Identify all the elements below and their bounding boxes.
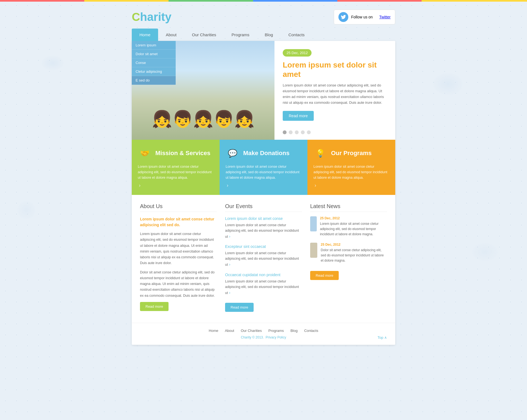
events-read-more-button[interactable]: Read more	[225, 303, 254, 312]
site-header: Charity Follow us on Twitter	[132, 5, 395, 27]
footer-nav-about[interactable]: About	[225, 329, 234, 333]
news-thumb-2	[310, 243, 317, 258]
event-arrow-1[interactable]: ›	[229, 234, 230, 239]
slider-dot-1[interactable]	[283, 130, 287, 134]
news-item-1: 25 Dec, 2012 Lorem ipsum dolor sit amet …	[310, 216, 387, 237]
slider-dot-4[interactable]	[301, 130, 305, 134]
about-read-more-button[interactable]: Read more	[140, 302, 169, 311]
feature-boxes: 🤝 Mission & Services Lorem ipsum dolor s…	[132, 140, 395, 195]
site-footer: Home About Our Charities Programs Blog C…	[132, 323, 395, 345]
news-item-2: 25 Dec, 2012 Dolor sit amet conse ctetur…	[310, 243, 387, 264]
event-title-3: Occaecat cupidatat non proident	[225, 273, 302, 277]
feature-programs-body: Lorem ipsum dolor sit amet conse cletur …	[313, 164, 389, 180]
hero-read-more-button[interactable]: Read more	[283, 111, 314, 121]
top-color-bar	[0, 0, 527, 2]
nav-item-blog[interactable]: Blog	[257, 29, 281, 41]
about-highlight: Lorem ipsum dolor sit amet conse ctetur …	[140, 216, 217, 228]
event-title-2: Excepteur sint occaecat	[225, 244, 302, 249]
feature-mission-body: Lorem ipsum dolor sit amet conse cletur …	[138, 164, 214, 180]
hero-date-badge: 25 Dec, 2012	[283, 49, 312, 57]
feature-mission-header: 🤝 Mission & Services	[138, 146, 214, 160]
news-read-more-button[interactable]: Read more	[310, 271, 339, 280]
footer-nav-blog[interactable]: Blog	[290, 329, 298, 333]
footer-top-link[interactable]: Top ∧	[377, 335, 387, 340]
twitter-widget[interactable]: Follow us on Twitter	[334, 10, 395, 24]
hero-image-area: Lorem ipsum Dolor sit amet Conse Cletur …	[132, 41, 274, 140]
news-col-title: Latest News	[310, 203, 387, 212]
event-item-3: Occaecat cupidatat non proident Lorem ip…	[225, 273, 302, 296]
news-content-1: 25 Dec, 2012 Lorem ipsum dolor sit amet …	[320, 216, 387, 237]
feature-box-donations: 💬 Make Donations Lorem ipsum dolor sit a…	[220, 140, 307, 195]
events-col-title: Our Events	[225, 203, 302, 212]
feature-donations-header: 💬 Make Donations	[226, 146, 301, 160]
nav-item-about[interactable]: About	[158, 29, 184, 41]
slider-dot-3[interactable]	[295, 130, 299, 134]
event-body-1: Lorem ipsum dolor sit amet conse ctetur …	[225, 222, 302, 239]
dropdown-menu: Lorem ipsum Dolor sit amet Conse Cletur …	[132, 41, 176, 85]
feature-box-programs: 💡 Our Programs Lorem ipsum dolor sit ame…	[307, 140, 395, 195]
event-arrow-2[interactable]: ›	[229, 262, 230, 267]
feature-mission-title: Mission & Services	[155, 150, 211, 157]
dropdown-item-2[interactable]: Dolor sit amet	[132, 50, 176, 58]
news-body-1: Lorem ipsum dolor sit amet conse ctetur …	[320, 221, 387, 237]
twitter-bird-icon	[338, 12, 348, 22]
news-column: Latest News 25 Dec, 2012 Lorem ipsum dol…	[310, 203, 387, 312]
slider-dots	[283, 130, 311, 134]
mission-icon: 🤝	[138, 146, 152, 160]
dropdown-item-3[interactable]: Conse	[132, 58, 176, 67]
about-para1: Lorem ipsum dolor sit amet conse ctetur …	[140, 231, 217, 266]
news-thumb-1	[310, 216, 317, 231]
event-item-1: Lorem ipsum dolor sit amet conse Lorem i…	[225, 216, 302, 239]
news-content-2: 25 Dec, 2012 Dolor sit amet conse ctetur…	[321, 243, 387, 264]
three-col-section: About Us Lorem ipsum dolor sit amet cons…	[132, 195, 395, 323]
feature-mission-link[interactable]	[138, 183, 141, 188]
dropdown-item-4[interactable]: Cletur adipiscing	[132, 67, 176, 76]
main-navigation: Home About Our Charities Programs Blog C…	[132, 29, 395, 41]
about-para2: Dolor sit amet conse ctetur adipiscing e…	[140, 270, 217, 299]
feature-programs-title: Our Programs	[331, 150, 372, 157]
logo-rest: harity	[140, 10, 171, 23]
feature-programs-header: 💡 Our Programs	[313, 146, 389, 160]
hero-body: Lorem ipsum dolor sit amet conse cletur …	[283, 83, 387, 105]
hero-title: Lorem ipsum set dolor sit amet	[283, 60, 387, 79]
footer-nav-programs[interactable]: Programs	[268, 329, 284, 333]
footer-privacy-link[interactable]: Privacy Policy	[266, 335, 286, 339]
hero-section: Lorem ipsum Dolor sit amet Conse Cletur …	[132, 41, 395, 140]
news-date-2: 25 Dec, 2012	[321, 243, 387, 247]
footer-nav-home[interactable]: Home	[209, 329, 218, 333]
news-date-1: 25 Dec, 2012	[320, 216, 387, 220]
nav-item-contacts[interactable]: Contacts	[281, 29, 312, 41]
footer-nav: Home About Our Charities Programs Blog C…	[140, 329, 387, 333]
nav-item-programs[interactable]: Programs	[224, 29, 257, 41]
news-body-2: Dolor sit amet conse ctetur adipiscing e…	[321, 248, 387, 264]
about-col-title: About Us	[140, 203, 217, 212]
feature-donations-link[interactable]	[226, 183, 228, 188]
footer-nav-charities[interactable]: Our Charities	[241, 329, 262, 333]
programs-icon: 💡	[313, 146, 327, 160]
event-title-1: Lorem ipsum dolor sit amet conse	[225, 216, 302, 221]
slider-dot-5[interactable]	[307, 130, 311, 134]
footer-bottom: Charity © 2013. Privacy Policy Top ∧	[140, 335, 387, 339]
about-column: About Us Lorem ipsum dolor sit amet cons…	[140, 203, 217, 312]
main-content: Lorem ipsum Dolor sit amet Conse Cletur …	[132, 41, 395, 345]
footer-copyright: Charity © 2013. Privacy Policy	[241, 335, 286, 339]
event-body-2: Lorem ipsum dolor sit amet conse ctetur …	[225, 250, 302, 267]
footer-nav-contacts[interactable]: Contacts	[304, 329, 318, 333]
dropdown-item-1[interactable]: Lorem ipsum	[132, 41, 176, 50]
site-logo: Charity	[132, 10, 172, 24]
donations-icon: 💬	[226, 146, 239, 160]
feature-donations-body: Lorem ipsum dolor sit amet conse cletur …	[226, 164, 301, 180]
event-body-3: Lorem ipsum dolor sit amet conse ctetur …	[225, 279, 302, 296]
feature-box-mission: 🤝 Mission & Services Lorem ipsum dolor s…	[132, 140, 220, 195]
event-arrow-3[interactable]: ›	[229, 290, 230, 295]
feature-programs-link[interactable]	[313, 183, 316, 188]
hero-text-area: 25 Dec, 2012 Lorem ipsum set dolor sit a…	[274, 41, 395, 140]
twitter-link[interactable]: Twitter	[379, 15, 391, 19]
events-column: Our Events Lorem ipsum dolor sit amet co…	[225, 203, 302, 312]
logo-c: C	[132, 10, 140, 23]
slider-dot-2[interactable]	[289, 130, 293, 134]
nav-item-our-charities[interactable]: Our Charities	[184, 29, 224, 41]
feature-donations-title: Make Donations	[243, 150, 290, 157]
dropdown-item-5[interactable]: E sed do	[132, 76, 176, 85]
nav-item-home[interactable]: Home	[132, 29, 158, 41]
